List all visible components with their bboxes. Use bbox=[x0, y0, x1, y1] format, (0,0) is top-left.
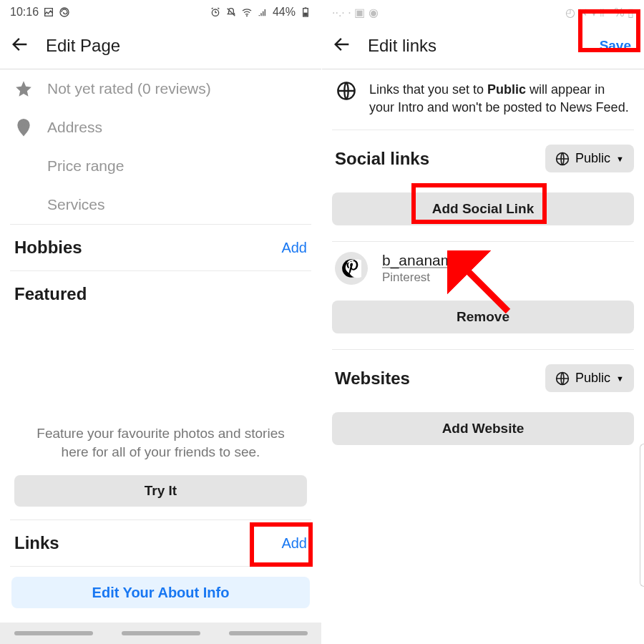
star-icon bbox=[14, 79, 33, 98]
links-add-button[interactable]: Add bbox=[281, 535, 307, 552]
app-header-right: Edit links Save bbox=[322, 21, 644, 69]
svg-point-6 bbox=[21, 123, 25, 127]
rating-row[interactable]: Not yet rated (0 reviews) bbox=[10, 69, 311, 108]
pinterest-icon bbox=[335, 252, 368, 285]
links-title: Links bbox=[14, 533, 59, 553]
price-row[interactable]: Price range bbox=[10, 147, 311, 185]
page-title: Edit links bbox=[368, 36, 436, 56]
info-row: Links that you set to Public will appear… bbox=[332, 69, 634, 130]
hobbies-add-button[interactable]: Add bbox=[281, 240, 307, 256]
back-arrow-icon[interactable] bbox=[332, 34, 352, 57]
services-text: Services bbox=[47, 196, 105, 213]
divider bbox=[10, 566, 311, 567]
svg-point-2 bbox=[246, 15, 248, 16]
phone-right-screenshot: ··.· · ▣ ◉ ◴ ✕ ▾ ⫴ ··% ▯ Edit links Save… bbox=[322, 0, 644, 644]
social-link-name: b_ananaman bbox=[382, 252, 470, 269]
rating-text: Not yet rated (0 reviews) bbox=[47, 80, 211, 97]
image-icon bbox=[43, 6, 54, 18]
status-bar-faded: ··.· · ▣ ◉ ◴ ✕ ▾ ⫴ ··% ▯ bbox=[322, 0, 644, 21]
price-text: Price range bbox=[47, 157, 124, 175]
links-section-header: Links Add bbox=[10, 520, 311, 566]
websites-title: Websites bbox=[332, 369, 410, 389]
nav-pill bbox=[229, 631, 308, 635]
featured-blurb: Feature your favourite photos and storie… bbox=[10, 424, 311, 461]
remove-button[interactable]: Remove bbox=[332, 301, 634, 333]
save-button[interactable]: Save bbox=[600, 38, 631, 54]
alarm-icon bbox=[210, 6, 221, 18]
social-links-title: Social links bbox=[332, 149, 429, 169]
signal-icon bbox=[257, 6, 268, 18]
address-text: Address bbox=[47, 119, 102, 136]
hobbies-section-header: Hobbies Add bbox=[10, 225, 311, 270]
edit-about-button[interactable]: Edit Your About Info bbox=[11, 577, 310, 608]
social-link-item: b_ananaman Pinterest bbox=[332, 242, 634, 298]
privacy-selector-social[interactable]: Public ▼ bbox=[545, 145, 634, 172]
nav-bar-fade bbox=[0, 623, 321, 644]
globe-icon bbox=[336, 81, 356, 101]
hobbies-title: Hobbies bbox=[14, 238, 82, 258]
privacy-label: Public bbox=[575, 151, 610, 166]
back-arrow-icon[interactable] bbox=[10, 34, 30, 57]
status-bar: 10:16 44% bbox=[0, 0, 321, 21]
websites-header: Websites Public ▼ bbox=[332, 350, 634, 405]
phone-left-screenshot: 10:16 44% Edit Page Not yet rated (0 rev… bbox=[0, 0, 322, 644]
featured-section-header: Featured bbox=[10, 271, 311, 317]
privacy-selector-websites[interactable]: Public ▼ bbox=[545, 364, 634, 392]
page-title: Edit Page bbox=[46, 36, 120, 56]
nav-pill bbox=[14, 631, 93, 635]
nav-pill bbox=[122, 631, 200, 635]
scroll-bubble-edge bbox=[640, 444, 644, 587]
app-header-left: Edit Page bbox=[0, 21, 321, 69]
svg-rect-4 bbox=[305, 7, 307, 8]
address-row[interactable]: Address bbox=[10, 108, 311, 147]
caret-down-icon: ▼ bbox=[616, 155, 624, 163]
try-it-button[interactable]: Try It bbox=[14, 475, 307, 507]
svg-rect-5 bbox=[303, 13, 307, 16]
mute-icon bbox=[225, 6, 237, 18]
caret-down-icon: ▼ bbox=[616, 374, 624, 383]
social-links-header: Social links Public ▼ bbox=[332, 130, 634, 185]
social-link-platform: Pinterest bbox=[382, 270, 470, 285]
services-row[interactable]: Services bbox=[10, 185, 311, 224]
status-battery-pct: 44% bbox=[273, 6, 296, 19]
add-social-link-button[interactable]: Add Social Link bbox=[332, 192, 634, 225]
status-time: 10:16 bbox=[10, 6, 39, 19]
swirl-icon bbox=[59, 6, 70, 18]
globe-icon bbox=[555, 152, 570, 166]
battery-icon bbox=[300, 6, 311, 18]
globe-icon bbox=[555, 371, 570, 386]
pin-icon bbox=[14, 118, 33, 137]
featured-title: Featured bbox=[14, 284, 87, 304]
wifi-icon bbox=[241, 6, 253, 18]
info-text: Links that you set to Public will appear… bbox=[369, 81, 630, 117]
privacy-label: Public bbox=[575, 371, 610, 386]
add-website-button[interactable]: Add Website bbox=[332, 412, 634, 445]
